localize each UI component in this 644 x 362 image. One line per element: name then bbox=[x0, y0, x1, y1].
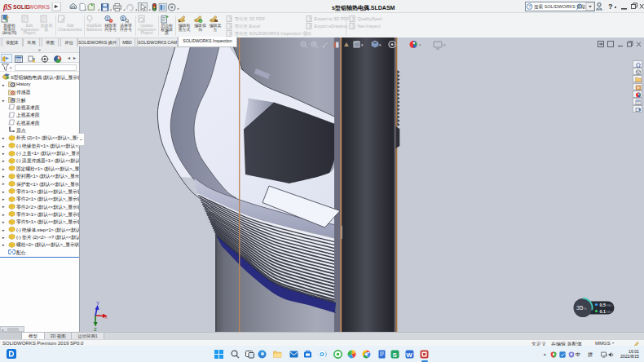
svg-text:KB/s: KB/s bbox=[607, 311, 613, 314]
svg-text:▾: ▾ bbox=[443, 42, 446, 47]
svg-text:A: A bbox=[11, 98, 14, 102]
svg-text:1: 1 bbox=[106, 16, 108, 21]
svg-text:S: S bbox=[393, 351, 398, 359]
svg-text:Y: Y bbox=[96, 301, 99, 306]
svg-text:%: % bbox=[584, 307, 587, 311]
svg-text:WORKS: WORKS bbox=[29, 4, 51, 10]
svg-text:SOLID: SOLID bbox=[13, 4, 30, 10]
svg-text:X: X bbox=[104, 315, 108, 320]
svg-text:0.1: 0.1 bbox=[600, 309, 607, 314]
svg-text:▾: ▾ bbox=[419, 42, 421, 47]
svg-text:▾: ▾ bbox=[397, 42, 399, 47]
svg-text:KB/s: KB/s bbox=[607, 304, 613, 307]
svg-text:βS: βS bbox=[3, 2, 12, 11]
svg-text:35: 35 bbox=[576, 304, 583, 311]
svg-text:?: ? bbox=[528, 4, 532, 9]
svg-text:▾: ▾ bbox=[379, 42, 382, 47]
svg-text:?: ? bbox=[608, 2, 613, 11]
svg-text:▾: ▾ bbox=[361, 42, 364, 47]
svg-text:1: 1 bbox=[121, 16, 124, 21]
svg-text:0.5: 0.5 bbox=[600, 302, 607, 307]
svg-text:W: W bbox=[406, 351, 412, 359]
